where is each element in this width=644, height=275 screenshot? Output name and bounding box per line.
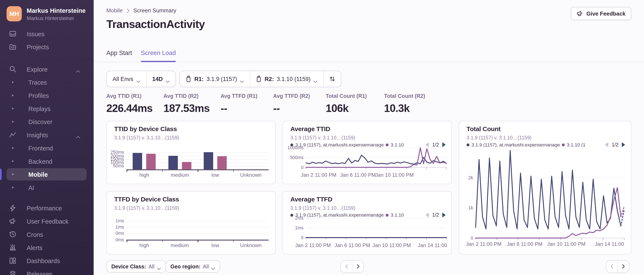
sidebar-item-projects[interactable]: Projects bbox=[0, 40, 94, 54]
line-chart-plot[interactable] bbox=[306, 217, 446, 237]
gridline bbox=[126, 221, 268, 221]
tab-app-start[interactable]: App Start bbox=[106, 49, 132, 62]
tab-screen-load[interactable]: Screen Load bbox=[141, 49, 176, 62]
pager-prev-icon[interactable] bbox=[605, 142, 608, 147]
sidebar-item-traces[interactable]: Traces bbox=[0, 76, 94, 89]
x-axis-time-label: Jan 6 11:00 PM bbox=[340, 172, 376, 178]
sidebar-item-explore[interactable]: Explore bbox=[0, 63, 94, 76]
gridline bbox=[126, 233, 268, 234]
y-axis-tick-label: 2k bbox=[459, 175, 473, 180]
sidebar-item-alerts[interactable]: Alerts bbox=[0, 241, 94, 254]
device-class-filter[interactable]: Device Class:All bbox=[106, 260, 166, 273]
x-axis-time-label: Jan 10 11:00 PM bbox=[372, 243, 411, 248]
bullet-icon bbox=[12, 81, 14, 83]
sidebar-item-issues[interactable]: Issues bbox=[0, 27, 94, 40]
legend-series-label[interactable]: 3.1.10 bbox=[391, 142, 404, 147]
x-axis-time-label: Jan 10 11:00 PM bbox=[375, 172, 414, 178]
geo-region-filter[interactable]: Geo region:All bbox=[166, 260, 220, 273]
x-axis-tick bbox=[198, 240, 198, 242]
sidebar-item-replays[interactable]: Replays bbox=[0, 102, 94, 115]
bar-low-r2[interactable] bbox=[218, 156, 227, 169]
legend-series-label[interactable]: 3.1.10 (1 bbox=[567, 142, 586, 147]
give-feedback-button[interactable]: Give Feedback bbox=[571, 7, 631, 20]
pager-prev-icon[interactable] bbox=[426, 142, 429, 147]
release-icon bbox=[186, 76, 192, 82]
pagination-middle bbox=[340, 260, 364, 273]
metric-total-count-r2-: Total Count (R2)10.3k bbox=[384, 93, 429, 115]
environment-filter[interactable]: All Envs bbox=[107, 71, 146, 87]
chevron-right-icon bbox=[126, 8, 130, 13]
metric-value: -- bbox=[221, 102, 265, 115]
chevron-down-icon bbox=[166, 78, 170, 80]
legend-series-label[interactable]: 3.1.10 bbox=[391, 212, 404, 217]
date-range-filter[interactable]: 14D bbox=[146, 71, 176, 87]
breadcrumb-screen-summary: Screen Summary bbox=[133, 8, 176, 14]
org-switcher[interactable]: MH Markus Hintersteiner Markus Hinterste… bbox=[6, 6, 89, 21]
sidebar-item-label: Traces bbox=[28, 79, 47, 86]
sidebar-item-user-feedback[interactable]: User Feedback bbox=[0, 215, 94, 228]
sidebar-item-performance[interactable]: Performance bbox=[0, 201, 94, 215]
sidebar-item-label: Releases bbox=[26, 270, 52, 275]
sidebar-item-label: Frontend bbox=[28, 145, 53, 152]
prev-page-button[interactable] bbox=[606, 261, 618, 272]
legend-series-label[interactable]: 3.1.9 (1157), at.markushi.expensemanage bbox=[472, 142, 560, 147]
release-icon bbox=[256, 76, 262, 82]
swap-releases-button[interactable] bbox=[323, 71, 341, 87]
sidebar-item-label: Explore bbox=[26, 66, 48, 73]
legend-series-label[interactable]: 3.1.9 (1157), at.markushi.expensemanage bbox=[296, 212, 384, 217]
sidebar-item-label: Projects bbox=[26, 43, 49, 50]
x-axis-time-label: Jan 6 11:00 PM bbox=[334, 243, 370, 248]
x-axis-time-label: Jan 2 11:00 PM bbox=[295, 243, 331, 248]
metric-label: Avg TTFD (R1) bbox=[221, 93, 265, 99]
chart-title: Average TTID bbox=[290, 125, 330, 133]
pager-next-icon[interactable] bbox=[622, 142, 625, 147]
sidebar-item-dashboards[interactable]: Dashboards bbox=[0, 254, 94, 267]
x-axis-category-label: Unknown bbox=[240, 172, 262, 178]
prev-page-button[interactable] bbox=[341, 261, 352, 272]
sidebar-item-insights[interactable]: Insights bbox=[0, 128, 94, 142]
pager-next-icon[interactable] bbox=[442, 142, 446, 147]
chevron-down-icon bbox=[240, 78, 244, 80]
chart-subtitle: 3.1.9 (1157) v. 3.1.10…(1159) bbox=[466, 135, 532, 141]
sidebar-item-releases[interactable]: Releases bbox=[0, 267, 94, 275]
sidebar-item-crons[interactable]: Crons bbox=[0, 228, 94, 241]
next-page-button[interactable] bbox=[618, 261, 629, 272]
breadcrumb-mobile[interactable]: Mobile bbox=[106, 8, 123, 14]
sidebar-item-backend[interactable]: Backend bbox=[0, 155, 94, 168]
y-axis-tick-label: 1ms bbox=[287, 225, 304, 230]
y-axis-tick-label: 0 bbox=[459, 235, 473, 240]
sidebar-item-label: Insights bbox=[26, 131, 48, 138]
env-date-filter-group: All Envs 14D bbox=[106, 71, 176, 87]
line-chart-plot[interactable] bbox=[306, 147, 446, 167]
bar-high-r1[interactable] bbox=[133, 153, 142, 169]
projects-icon bbox=[9, 43, 16, 51]
pagination-right bbox=[606, 260, 629, 273]
bar-low-r1[interactable] bbox=[204, 152, 213, 169]
line-chart-plot[interactable] bbox=[476, 152, 624, 238]
bar-medium-r2[interactable] bbox=[182, 162, 191, 169]
metric-value: -- bbox=[273, 102, 317, 115]
swap-arrows-icon bbox=[330, 76, 335, 82]
x-axis-time-label: Jan 10 11:00 PM bbox=[547, 241, 586, 247]
pager-next-icon[interactable] bbox=[442, 212, 446, 217]
pager-prev-icon[interactable] bbox=[426, 212, 429, 217]
org-name: Markus Hintersteiner bbox=[26, 7, 86, 14]
bar-medium-r1[interactable] bbox=[168, 156, 178, 169]
release-2-selector[interactable]: R2: 3.1.10 (1159) bbox=[250, 71, 323, 87]
sidebar-item-discover[interactable]: Discover bbox=[0, 115, 94, 128]
releases-icon bbox=[9, 270, 16, 275]
next-page-button[interactable] bbox=[352, 261, 364, 272]
release-1-selector[interactable]: R1: 3.1.9 (1157) bbox=[180, 71, 250, 87]
metric-avg-ttid-r1-: Avg TTID (R1)226.44ms bbox=[106, 93, 155, 115]
sidebar-item-frontend[interactable]: Frontend bbox=[0, 141, 94, 155]
bar-high-r2[interactable] bbox=[146, 154, 156, 169]
legend-series-label[interactable]: 3.1.9 (1157), at.markushi.expensemanage bbox=[296, 142, 384, 147]
sidebar-item-label: Replays bbox=[28, 105, 51, 112]
sidebar-item-mobile[interactable]: Mobile bbox=[0, 168, 94, 181]
y-axis-tick-label: 0 bbox=[287, 235, 304, 240]
sidebar-item-profiles[interactable]: Profiles bbox=[0, 89, 94, 102]
nav-section-spacer bbox=[0, 194, 94, 201]
sidebar-item-ai[interactable]: AI bbox=[0, 181, 94, 194]
tab-bar: App Start Screen Load bbox=[94, 49, 644, 62]
metric-avg-ttfd-r2-: Avg TTFD (R2)-- bbox=[273, 93, 317, 115]
